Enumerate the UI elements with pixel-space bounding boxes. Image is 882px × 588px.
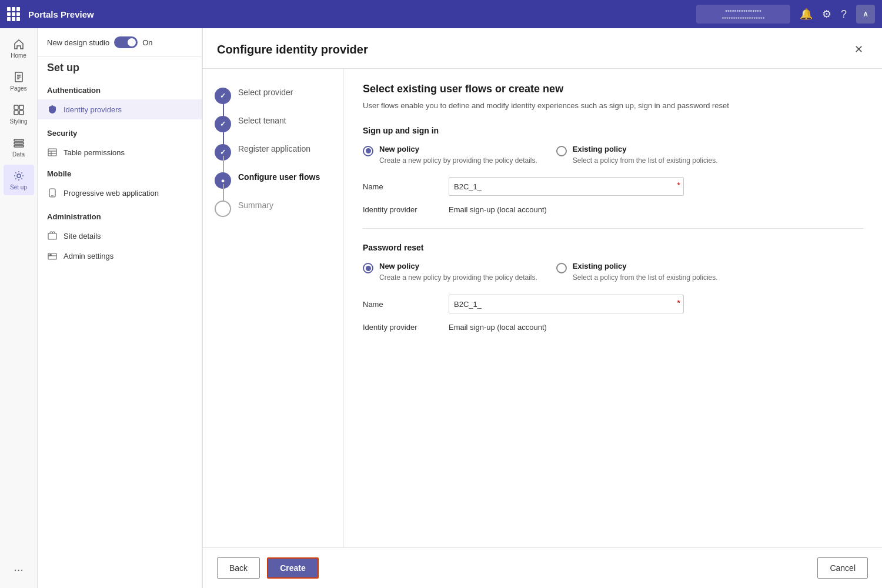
modal-panel: Configure identity provider ✕ ✓ Sel	[202, 28, 882, 588]
svg-point-13	[17, 174, 21, 178]
content-title: Select existing user flows or create new	[363, 83, 863, 95]
app-title: Portals Preview	[28, 9, 689, 19]
bell-icon[interactable]: 🔔	[800, 8, 813, 21]
svg-rect-12	[14, 145, 24, 147]
password-reset-name-label: Name	[363, 300, 439, 309]
sidebar-item-home[interactable]: Home	[4, 33, 34, 64]
step-label-3: Register application	[238, 139, 310, 168]
nav-sidebar: New design studio On Set up Authenticati…	[38, 28, 202, 588]
password-reset-section-heading: Password reset	[363, 243, 863, 252]
password-reset-existing-policy-option[interactable]: Existing policy Select a policy from the…	[556, 262, 718, 283]
password-reset-name-input[interactable]	[449, 295, 684, 313]
nav-top: New design studio On	[38, 28, 202, 57]
toggle-switch[interactable]	[114, 36, 138, 48]
back-button[interactable]: Back	[217, 557, 260, 579]
main-layout: Home Pages Styling Data Set up ··· New d…	[0, 28, 882, 588]
new-design-studio-toggle[interactable]: New design studio On	[47, 36, 153, 48]
settings-icon[interactable]: ⚙	[822, 8, 831, 21]
sidebar-item-setup[interactable]: Set up	[4, 165, 34, 195]
sign-up-new-policy-option[interactable]: New policy Create a new policy by provid…	[363, 145, 537, 166]
step-register-application: ✓ Register application	[215, 139, 332, 168]
step-label-5: Summary	[238, 196, 273, 224]
password-reset-identity-provider-value: Email sign-up (local account)	[449, 323, 547, 332]
sidebar-item-pages[interactable]: Pages	[4, 66, 34, 96]
password-reset-new-policy-option[interactable]: New policy Create a new policy by provid…	[363, 262, 537, 283]
close-button[interactable]: ✕	[849, 40, 868, 59]
sign-up-name-required: *	[677, 181, 680, 190]
modal-overlay: Configure identity provider ✕ ✓ Sel	[202, 28, 882, 588]
svg-rect-9	[19, 111, 24, 115]
nav-item-table-permissions[interactable]: Table permissions	[38, 142, 202, 162]
svg-rect-21	[48, 253, 56, 259]
step-select-tenant: ✓ Select tenant	[215, 111, 332, 139]
section-divider	[363, 228, 863, 229]
admin-section-title: Administration	[38, 203, 202, 226]
password-reset-new-policy-radio[interactable]	[363, 263, 373, 273]
sign-up-identity-provider-label: Identity provider	[363, 205, 439, 214]
sign-up-new-policy-radio[interactable]	[363, 146, 373, 156]
step-circle-5	[215, 201, 231, 217]
sign-up-identity-provider-row: Identity provider Email sign-up (local a…	[363, 205, 863, 214]
svg-rect-23	[50, 255, 51, 256]
icon-sidebar: Home Pages Styling Data Set up ···	[0, 28, 38, 588]
svg-rect-10	[14, 139, 24, 141]
modal-footer: Back Create Cancel	[203, 547, 882, 588]
avatar[interactable]: A	[856, 5, 875, 24]
wizard-content: Select existing user flows or create new…	[344, 69, 882, 547]
svg-text:A: A	[863, 11, 867, 18]
password-reset-identity-provider-label: Identity provider	[363, 323, 439, 332]
step-configure-user-flows: ● Configure user flows	[215, 168, 332, 196]
modal-header: Configure identity provider ✕	[203, 28, 882, 69]
topbar: Portals Preview •••••••••••••••• •••••••…	[0, 0, 882, 28]
sign-up-existing-policy-radio[interactable]	[556, 146, 567, 156]
mobile-icon	[47, 188, 58, 198]
password-reset-identity-provider-row: Identity provider Email sign-up (local a…	[363, 323, 863, 332]
sign-up-existing-policy-option[interactable]: Existing policy Select a policy from the…	[556, 145, 718, 166]
svg-rect-7	[19, 105, 24, 109]
svg-rect-20	[48, 233, 56, 239]
step-label-1: Select provider	[238, 83, 293, 111]
help-icon[interactable]: ?	[841, 8, 847, 21]
sidebar-item-styling[interactable]: Styling	[4, 99, 34, 129]
sign-up-policy-options: New policy Create a new policy by provid…	[363, 145, 863, 166]
sign-up-name-field-row: Name *	[363, 177, 863, 196]
nav-item-pwa[interactable]: Progressive web application	[38, 183, 202, 203]
nav-item-identity-providers[interactable]: Identity providers	[38, 99, 202, 119]
content-description: User flows enable you to define and modi…	[363, 100, 863, 112]
cancel-button[interactable]: Cancel	[817, 557, 868, 579]
site-icon	[47, 230, 58, 241]
setup-section-label: Set up	[38, 57, 202, 76]
sign-up-section-heading: Sign up and sign in	[363, 126, 863, 135]
sign-up-name-label: Name	[363, 182, 439, 191]
nav-item-site-details[interactable]: Site details	[38, 226, 202, 246]
svg-rect-11	[14, 142, 24, 144]
svg-rect-8	[14, 111, 18, 115]
modal-title: Configure identity provider	[217, 43, 368, 56]
admin-icon	[47, 250, 58, 261]
shield-icon	[47, 104, 58, 115]
step-label-4: Configure user flows	[238, 168, 320, 196]
step-label-2: Select tenant	[238, 111, 286, 139]
password-reset-policy-options: New policy Create a new policy by provid…	[363, 262, 863, 283]
more-icon[interactable]: ···	[4, 560, 34, 579]
sign-up-identity-provider-value: Email sign-up (local account)	[449, 205, 547, 214]
sidebar-item-data[interactable]: Data	[4, 132, 34, 162]
wizard-steps: ✓ Select provider ✓ Select tenant	[203, 69, 344, 547]
modal-body: ✓ Select provider ✓ Select tenant	[203, 69, 882, 547]
step-select-provider: ✓ Select provider	[215, 83, 332, 111]
step-summary: Summary	[215, 196, 332, 224]
table-icon	[47, 147, 58, 158]
mobile-section-title: Mobile	[38, 162, 202, 183]
password-reset-existing-policy-radio[interactable]	[556, 263, 567, 273]
auth-section-title: Authentication	[38, 76, 202, 99]
user-info: •••••••••••••••• •••••••••••••••••••	[696, 5, 790, 24]
security-section-title: Security	[38, 119, 202, 142]
sign-up-name-input[interactable]	[449, 177, 684, 196]
topbar-right: •••••••••••••••• ••••••••••••••••••• 🔔 ⚙…	[696, 5, 875, 24]
svg-rect-14	[48, 149, 56, 156]
password-reset-name-required: *	[677, 298, 680, 308]
nav-item-admin-settings[interactable]: Admin settings	[38, 246, 202, 266]
waffle-icon[interactable]	[7, 7, 21, 21]
create-button[interactable]: Create	[267, 557, 319, 579]
content-area: Configure identity provider ✕ ✓ Sel	[202, 28, 882, 588]
